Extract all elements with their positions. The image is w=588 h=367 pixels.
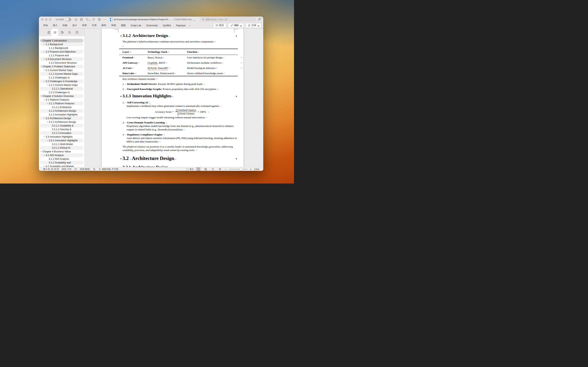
chevron-down-icon[interactable] [43, 80, 45, 82]
doc-formula[interactable]: Accuracy Score =∑(Verified Claims)∑(Tota… [127, 108, 238, 115]
table-row[interactable]: Data Lake↵Snowflake, Elasticsearch↵Store… [119, 71, 238, 76]
print-layout-view-button[interactable] [196, 167, 201, 171]
chevron-down-icon[interactable] [43, 58, 45, 60]
table-header-row[interactable]: Layer↵Technology Stack↵Function↵ [119, 49, 238, 55]
doc-list-item[interactable]: 2.→Encrypted Knowledge Graphs: Protects … [119, 87, 238, 91]
doc-heading[interactable]: ▪3.1.2Architecture Design↵▪ [119, 33, 238, 39]
outline-item[interactable]: 3.3.1.2 Ethical AI [40, 146, 83, 150]
table-cell[interactable]: Frontend↵ [119, 56, 144, 59]
outline-item[interactable]: Chapter 4 Business Value [40, 150, 83, 153]
table-row[interactable]: Frontend↵React, Next.js↵User interfaces … [119, 55, 238, 60]
outline-item[interactable]: 2.2 Challenges in Knowledge [40, 79, 83, 83]
proofing-status[interactable] [74, 168, 77, 171]
doc-empty-line[interactable]: ↵ [119, 44, 238, 48]
table-cell[interactable]: User interfaces for prompt design↵ [184, 56, 238, 59]
doc-text-line[interactable]: Low-scoring outputs trigger model retrai… [127, 116, 238, 119]
redo-icon[interactable] [92, 18, 96, 21]
chevron-down-icon[interactable] [43, 136, 45, 138]
table-cell[interactable]: API Gateway↵ [119, 61, 144, 65]
edit-mode-button[interactable]: 编辑 [228, 23, 244, 28]
table-cell[interactable]: AI Core↵ [119, 66, 144, 70]
doc-paragraph[interactable]: The platform’s hybrid architecture combi… [119, 40, 238, 43]
table-row[interactable]: AI Core↵PyTorch, TensorRT↵Model hosting … [119, 65, 238, 71]
outline-item[interactable]: 3.3 Innovation Highlights [40, 135, 83, 139]
comments-button[interactable]: 批注 [214, 23, 226, 28]
outline-item[interactable]: 2.1.2 Challenges in [40, 76, 83, 79]
outline-item[interactable]: 2.2.1.1 Operational [40, 87, 83, 91]
chevron-down-icon[interactable] [46, 139, 48, 142]
doc-list-item[interactable]: 3.→Regulatory Compliance Engine:↓Auto-de… [119, 133, 238, 143]
outline-item[interactable]: 3.3.1.1 Multi-Modal [40, 142, 83, 146]
outline-item[interactable]: 3.2.1.1 Scalability & [40, 124, 83, 127]
ribbon-tab-8[interactable]: 审阅 [109, 24, 118, 27]
find-tab[interactable] [66, 29, 72, 36]
search-field[interactable] [201, 17, 256, 21]
outline-item[interactable]: 2.2.1 Current Market Gaps [40, 83, 83, 87]
doc-list-item-first-line[interactable]: 1.→Redundant Model Servers: Ensures 99.9… [127, 82, 238, 86]
outline-item[interactable]: 4.2 Scalability and Market [40, 164, 83, 167]
outline-item[interactable]: 1.2.1 Purpose and [40, 53, 83, 57]
chevron-down-icon[interactable] [46, 84, 48, 86]
zoom-level[interactable]: 120% [254, 168, 260, 170]
table-header-cell[interactable]: Function↵ [184, 50, 238, 54]
close-button[interactable] [41, 18, 44, 21]
search-input[interactable] [205, 18, 255, 21]
doc-heading[interactable]: ▪3.2→Architecture Design↵▪ [119, 156, 238, 162]
doc-list-item[interactable]: 1.→Self-Correcting AI:↓Implements a feed… [119, 101, 238, 119]
outline-item[interactable]: 3.2.1.3 Innovation [40, 131, 83, 135]
undo-menu-chevron-icon[interactable] [89, 19, 91, 20]
ribbon-tab-7[interactable]: 邮件 [99, 24, 109, 27]
save-icon[interactable] [80, 18, 83, 21]
ribbon-tab-2[interactable]: 插入 [50, 24, 60, 27]
outline-view-button[interactable] [210, 167, 215, 171]
close-sidebar-icon[interactable]: ✕ [75, 31, 79, 34]
doc-list-item-first-line[interactable]: 2.→Encrypted Knowledge Graphs: Protects … [127, 87, 238, 91]
doc-table[interactable]: Layer↵Technology Stack↵Function↵Frontend… [119, 49, 238, 76]
outline-item[interactable]: Chapter 3 Solution Overview [40, 94, 83, 98]
doc-text-line[interactable]: Proprietary algorithms enable knowledge … [127, 124, 238, 131]
minimize-button[interactable] [45, 18, 48, 21]
word-count[interactable]: 6601 个字 [62, 168, 72, 171]
table-row[interactable]: API Gateway↵GraphQL, REST↵Orchestrates m… [119, 60, 238, 65]
ribbon-tab-12[interactable]: QuillBot [160, 24, 173, 27]
doc-list-item-first-line[interactable]: 1.→Self-Correcting AI:↓ [127, 101, 238, 104]
table-cell[interactable]: Model hosting & inference↵ [184, 66, 238, 70]
outline-item[interactable]: 3.1.3 Innovation Highlights [40, 113, 83, 116]
outline-item[interactable]: 1.1.1 Background [40, 46, 83, 50]
table-header-cell[interactable]: Layer↵ [119, 50, 144, 54]
outline-item[interactable]: Chapter 1 Introduction [40, 39, 83, 42]
doc-text-line[interactable]: Implements a feedback loop where generat… [127, 104, 238, 108]
document-canvas[interactable]: ▪3.1.2Architecture Design↵▪The platform’… [85, 29, 263, 167]
table-cell[interactable]: PyTorch, TensorRT↵ [144, 66, 184, 70]
page-indicator[interactable]: 第 5 页, 共 33 页 [43, 168, 59, 171]
chevron-down-icon[interactable] [43, 69, 45, 71]
outline-item[interactable]: 1.1 Background [40, 42, 83, 46]
web-layout-view-button[interactable] [203, 167, 208, 171]
ribbon-tab-6[interactable]: 引用 [89, 24, 99, 27]
chevron-down-icon[interactable] [43, 117, 45, 119]
zoom-button[interactable] [49, 18, 51, 21]
zoom-slider-knob[interactable] [240, 168, 242, 170]
home-icon[interactable] [74, 18, 78, 21]
ribbon-tab-11[interactable]: Grammarly [144, 24, 160, 27]
ribbon-tab-1[interactable]: 开始 [41, 24, 50, 27]
ribbon-tab-10[interactable]: Script Lab [128, 24, 144, 27]
outline-item[interactable]: 2.1.1 Current Market Gaps [40, 72, 83, 76]
focus-mode-button[interactable]: 专注 [186, 168, 194, 171]
thumbnails-tab[interactable] [46, 29, 52, 36]
table-cell[interactable]: Orchestrates modular workflows↵ [184, 61, 238, 65]
chevron-down-icon[interactable] [46, 102, 48, 105]
doc-heading[interactable]: ▪3.1.3Innovation Highlights↵▪ [119, 93, 238, 99]
document-page[interactable]: ▪3.1.2Architecture Design↵▪The platform’… [102, 29, 243, 167]
chevron-down-icon[interactable] [40, 150, 42, 153]
outline-item[interactable]: 3.2.1 Architecture Design [40, 120, 83, 124]
more-icon[interactable] [103, 18, 106, 21]
document-title-group[interactable]: W AI-Powered Knowledge Generation Platfo… [110, 18, 195, 21]
outline-item[interactable]: 3.1.1 Platform Features [40, 101, 83, 105]
accessibility-status[interactable]: ? 辅助功能: 不可用 [99, 168, 118, 171]
outline-tab[interactable] [52, 29, 58, 36]
chevron-down-icon[interactable] [46, 121, 48, 123]
outline-item[interactable]: 3.1.2 Architecture Design [40, 109, 83, 113]
chevron-down-icon[interactable] [43, 165, 45, 167]
outline-item[interactable]: 3.1.1.1 Enterprise- [40, 105, 83, 109]
